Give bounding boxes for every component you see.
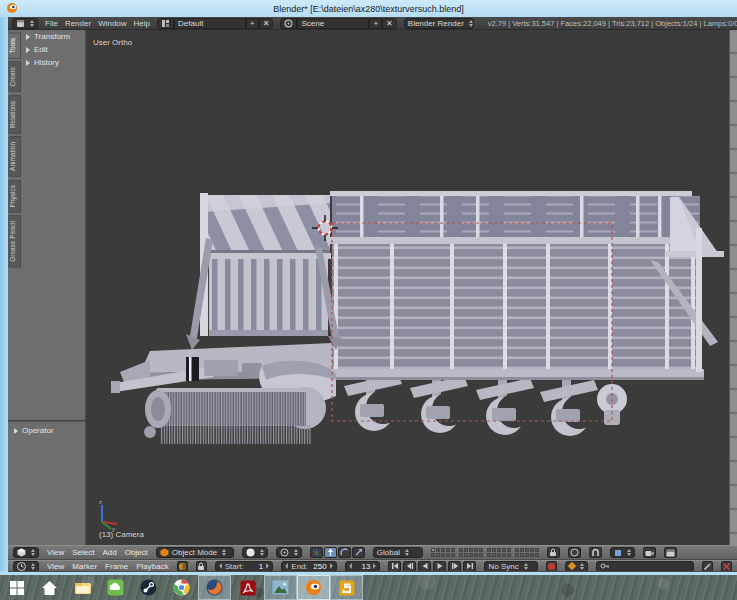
menu-render[interactable]: Render bbox=[65, 19, 91, 28]
rotate-manipulator-button[interactable] bbox=[338, 547, 351, 558]
proportional-edit-button[interactable] bbox=[568, 547, 581, 558]
taskbar-firefox-button[interactable] bbox=[198, 575, 231, 600]
collapse-arrow-icon bbox=[26, 47, 30, 53]
snap-element-select[interactable] bbox=[610, 547, 635, 558]
jump-to-end-button[interactable] bbox=[463, 561, 476, 572]
steam-icon bbox=[140, 579, 157, 596]
render-engine-select[interactable]: Blender Render bbox=[404, 18, 474, 29]
tab-animation[interactable]: Animation bbox=[8, 136, 21, 177]
stepper-icon bbox=[469, 20, 473, 27]
tab-grease-pencil[interactable]: Grease Pencil bbox=[8, 215, 21, 268]
window-titlebar[interactable]: Blender* [E:\dateien\ax280\texturversuch… bbox=[0, 0, 737, 17]
delete-scene-button[interactable]: ✕ bbox=[382, 18, 397, 29]
taskbar-green-cloud-app-button[interactable] bbox=[99, 575, 132, 600]
panel-history[interactable]: History bbox=[21, 56, 86, 69]
play-reverse-button[interactable] bbox=[418, 561, 431, 572]
insert-keyframe-button[interactable] bbox=[702, 561, 713, 572]
blender-logo-icon bbox=[6, 2, 18, 14]
scene-browse-button[interactable] bbox=[280, 18, 297, 29]
auto-keyframe-button[interactable] bbox=[546, 561, 557, 572]
tab-tools[interactable]: Tools bbox=[8, 32, 21, 59]
render-opengl-anim-button[interactable] bbox=[664, 547, 677, 558]
end-label: End: bbox=[291, 562, 307, 571]
menu-tl-frame[interactable]: Frame bbox=[105, 562, 128, 571]
menu-add[interactable]: Add bbox=[102, 548, 116, 557]
firefox-icon bbox=[206, 579, 223, 596]
increment-arrow-icon[interactable] bbox=[266, 563, 269, 569]
info-editor-icon bbox=[16, 19, 25, 28]
taskbar-photos-button[interactable] bbox=[264, 575, 297, 600]
add-layout-button[interactable]: + bbox=[246, 18, 259, 29]
editor-type-button[interactable] bbox=[12, 18, 38, 29]
taskbar-steam-button[interactable] bbox=[132, 575, 165, 600]
decrement-arrow-icon[interactable] bbox=[349, 563, 352, 569]
active-keying-set-field[interactable] bbox=[596, 561, 694, 572]
axis-gizmo-icon: z y bbox=[90, 498, 122, 532]
delete-layout-button[interactable]: ✕ bbox=[259, 18, 274, 29]
taskbar-start-button[interactable] bbox=[0, 575, 33, 600]
menu-tl-marker[interactable]: Marker bbox=[72, 562, 97, 571]
menu-select[interactable]: Select bbox=[72, 548, 94, 557]
scene-name-field[interactable]: Scene bbox=[297, 18, 369, 29]
screen-layout-browse-button[interactable] bbox=[157, 18, 174, 29]
jump-prev-keyframe-button[interactable] bbox=[403, 561, 416, 572]
keying-set-flash-select[interactable] bbox=[565, 561, 588, 572]
clapper-render-icon bbox=[666, 549, 675, 557]
transform-orientation-select[interactable]: Global bbox=[373, 547, 423, 558]
rotate-arc-icon bbox=[340, 548, 349, 557]
pivot-point-select[interactable] bbox=[276, 547, 302, 558]
viewport-shading-select[interactable] bbox=[242, 547, 268, 558]
decrement-arrow-icon[interactable] bbox=[219, 563, 222, 569]
taskbar-adobe-reader-button[interactable] bbox=[231, 575, 264, 600]
menu-view[interactable]: View bbox=[47, 548, 64, 557]
editor-type-button-timeline[interactable] bbox=[13, 561, 39, 572]
panel-operator[interactable]: Operator bbox=[8, 424, 86, 437]
axis-cross-icon bbox=[312, 548, 321, 557]
region-divider[interactable] bbox=[8, 420, 86, 422]
sync-mode-select[interactable]: No Sync bbox=[484, 561, 538, 572]
viewport-scrollbar[interactable] bbox=[729, 30, 737, 545]
delete-keyframe-button[interactable] bbox=[721, 561, 732, 572]
translate-manipulator-button[interactable] bbox=[324, 547, 337, 558]
proportional-edit-icon bbox=[570, 548, 579, 557]
decrement-arrow-icon[interactable] bbox=[285, 563, 288, 569]
frame-end-field[interactable]: End: 250 bbox=[281, 561, 336, 572]
lock-time-button[interactable] bbox=[196, 561, 207, 572]
menu-file[interactable]: File bbox=[45, 19, 58, 28]
screen-layout-name-field[interactable]: Default bbox=[174, 18, 246, 29]
frame-start-field[interactable]: Start: 1 bbox=[215, 561, 274, 572]
preview-range-button[interactable] bbox=[177, 561, 188, 572]
panel-transform[interactable]: Transform bbox=[21, 30, 86, 43]
manipulator-toggle-button[interactable] bbox=[310, 547, 323, 558]
increment-arrow-icon[interactable] bbox=[330, 563, 333, 569]
jump-to-start-button[interactable] bbox=[388, 561, 401, 572]
play-button[interactable] bbox=[433, 561, 446, 572]
menu-window[interactable]: Window bbox=[98, 19, 126, 28]
tab-create[interactable]: Create bbox=[8, 61, 21, 93]
add-scene-button[interactable]: + bbox=[369, 18, 382, 29]
playback-controls bbox=[388, 561, 476, 572]
tab-physics[interactable]: Physics bbox=[8, 179, 21, 213]
menu-tl-view[interactable]: View bbox=[47, 562, 64, 571]
menu-object[interactable]: Object bbox=[125, 548, 148, 557]
render-opengl-button[interactable] bbox=[643, 547, 656, 558]
taskbar-sketchup-button[interactable] bbox=[330, 575, 363, 600]
current-frame-field[interactable]: 13 bbox=[345, 561, 381, 572]
taskbar-chrome-button[interactable] bbox=[165, 575, 198, 600]
editor-type-button-3d[interactable] bbox=[13, 547, 39, 558]
menu-tl-playback[interactable]: Playback bbox=[136, 562, 168, 571]
layers-widget[interactable] bbox=[431, 548, 539, 557]
tab-relations[interactable]: Relations bbox=[8, 95, 21, 134]
lock-to-scene-button[interactable] bbox=[547, 547, 560, 558]
viewport-3d[interactable]: User Ortho bbox=[86, 30, 737, 545]
mode-select[interactable]: Object Mode bbox=[156, 547, 234, 558]
taskbar-file-explorer-button[interactable] bbox=[66, 575, 99, 600]
jump-next-keyframe-button[interactable] bbox=[448, 561, 461, 572]
scale-manipulator-button[interactable] bbox=[352, 547, 365, 558]
snap-toggle-button[interactable] bbox=[589, 547, 602, 558]
menu-help[interactable]: Help bbox=[134, 19, 150, 28]
increment-arrow-icon[interactable] bbox=[373, 563, 376, 569]
taskbar-home-button[interactable] bbox=[33, 575, 66, 600]
taskbar-blender-button[interactable] bbox=[297, 575, 330, 600]
panel-edit[interactable]: Edit bbox=[21, 43, 86, 56]
